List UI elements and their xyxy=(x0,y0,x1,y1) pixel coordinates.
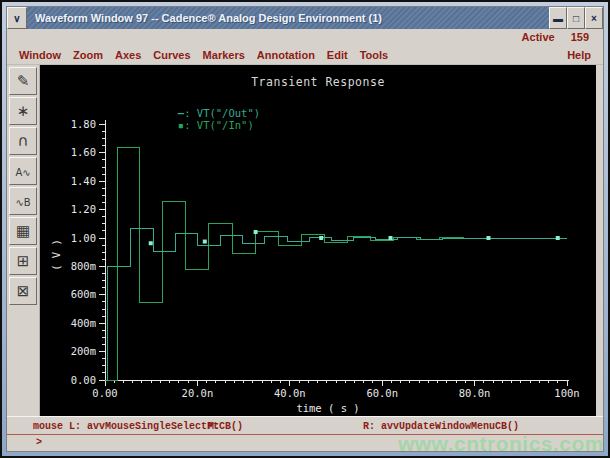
copy-window-icon: ⊞ xyxy=(17,252,30,270)
svg-text:400m: 400m xyxy=(71,317,96,329)
in-trace-label: : VT("/In") xyxy=(184,119,254,131)
svg-text:600m: 600m xyxy=(71,288,96,300)
maximize-button[interactable]: □ xyxy=(567,7,585,29)
svg-text:200m: 200m xyxy=(71,345,96,357)
window-frame: ∨ Waveform Window 97 -- Cadence® Analog … xyxy=(0,0,610,458)
delete-subwindow-icon: ⊠ xyxy=(17,282,30,300)
zoom-star-button[interactable]: ∗ xyxy=(9,97,37,125)
calculator-button[interactable]: ▦ xyxy=(9,217,37,245)
menu-edit[interactable]: Edit xyxy=(327,49,348,61)
horiz-marker-b-icon: ∿B xyxy=(15,197,30,208)
minimize-button[interactable]: ▬ xyxy=(549,7,567,29)
svg-text:0.00: 0.00 xyxy=(71,374,96,386)
menu-curves[interactable]: Curves xyxy=(153,49,190,61)
app-body: ∨ Waveform Window 97 -- Cadence® Analog … xyxy=(6,6,604,452)
svg-text:80.0n: 80.0n xyxy=(459,387,491,399)
menu-tools[interactable]: Tools xyxy=(360,49,389,61)
window-title: Waveform Window 97 -- Cadence® Analog De… xyxy=(27,7,549,29)
pen-annotate-icon: ✎ xyxy=(17,72,30,90)
menubar-items: WindowZoomAxesCurvesMarkersAnnotationEdi… xyxy=(19,49,388,61)
delete-subwindow-button[interactable]: ⊠ xyxy=(9,277,37,305)
menu-annotation[interactable]: Annotation xyxy=(257,49,315,61)
maximize-icon: □ xyxy=(573,13,579,24)
menu-help[interactable]: Help xyxy=(567,49,591,61)
main-area: ✎∗∩A∿∿B▦⊞⊠ Transient Response —: VT("/Ou… xyxy=(7,65,603,416)
horiz-marker-b-button[interactable]: ∿B xyxy=(9,187,37,215)
plot-canvas[interactable]: Transient Response —: VT("/Out") ▪: VT("… xyxy=(40,65,596,416)
svg-text:time ( s ): time ( s ) xyxy=(296,402,359,414)
arc-marker-button[interactable]: ∩ xyxy=(9,127,37,155)
menu-zoom[interactable]: Zoom xyxy=(73,49,103,61)
sample-marker[interactable] xyxy=(254,230,258,234)
vertical-marker-a-icon: A∿ xyxy=(15,167,30,178)
svg-text:1.80: 1.80 xyxy=(71,118,96,130)
zoom-star-icon: ∗ xyxy=(17,102,30,120)
menu-window[interactable]: Window xyxy=(19,49,61,61)
legend-in: ▪: VT("/In") xyxy=(102,107,254,143)
svg-text:1.00: 1.00 xyxy=(71,232,96,244)
sample-marker[interactable] xyxy=(319,236,323,240)
svg-text:60.0n: 60.0n xyxy=(366,387,398,399)
waveform-window: ∨ Waveform Window 97 -- Cadence® Analog … xyxy=(0,0,610,458)
pen-annotate-button[interactable]: ✎ xyxy=(9,67,37,95)
arc-marker-icon: ∩ xyxy=(18,132,29,150)
close-icon: × xyxy=(591,13,597,24)
menu-markers[interactable]: Markers xyxy=(203,49,245,61)
minimize-icon: ▬ xyxy=(553,13,563,24)
active-status-row: Active 159 xyxy=(7,29,603,45)
mouse-middle-binding: M: xyxy=(208,421,220,432)
status-separator xyxy=(7,434,603,435)
active-label: Active xyxy=(522,31,555,43)
svg-text:100n: 100n xyxy=(554,387,579,399)
titlebar: ∨ Waveform Window 97 -- Cadence® Analog … xyxy=(7,7,603,29)
svg-text:1.40: 1.40 xyxy=(71,175,96,187)
svg-text:1.20: 1.20 xyxy=(71,203,96,215)
out-trace[interactable] xyxy=(105,229,567,380)
sample-marker[interactable] xyxy=(203,240,207,244)
plot-title: Transient Response xyxy=(40,75,596,89)
svg-text:40.0n: 40.0n xyxy=(274,387,306,399)
sample-marker[interactable] xyxy=(556,236,560,240)
active-count: 159 xyxy=(571,31,589,43)
sample-marker[interactable] xyxy=(389,236,393,240)
svg-text:20.0n: 20.0n xyxy=(182,387,214,399)
svg-text:1.60: 1.60 xyxy=(71,146,96,158)
chevron-down-icon: ∨ xyxy=(13,13,20,24)
svg-text:( V ): ( V ) xyxy=(50,239,62,271)
calculator-icon: ▦ xyxy=(16,222,30,240)
copy-window-button[interactable]: ⊞ xyxy=(9,247,37,275)
mouse-right-binding: R: avvUpdateWindowMenuCB() xyxy=(363,421,519,432)
command-prompt[interactable]: > xyxy=(36,437,42,448)
toolbar: ✎∗∩A∿∿B▦⊞⊠ xyxy=(7,65,40,416)
sample-marker[interactable] xyxy=(149,241,153,245)
window-menu-button[interactable]: ∨ xyxy=(7,7,27,29)
sample-marker[interactable] xyxy=(486,236,490,240)
in-trace[interactable] xyxy=(105,147,567,380)
menu-axes[interactable]: Axes xyxy=(115,49,141,61)
statusbar: mouse L: avvMouseSingleSelectPtCB() M: R… xyxy=(7,416,603,451)
close-button[interactable]: × xyxy=(585,7,603,29)
menubar: WindowZoomAxesCurvesMarkersAnnotationEdi… xyxy=(7,45,603,65)
svg-text:800m: 800m xyxy=(71,260,96,272)
vertical-marker-a-button[interactable]: A∿ xyxy=(9,157,37,185)
svg-text:0.00: 0.00 xyxy=(92,387,117,399)
